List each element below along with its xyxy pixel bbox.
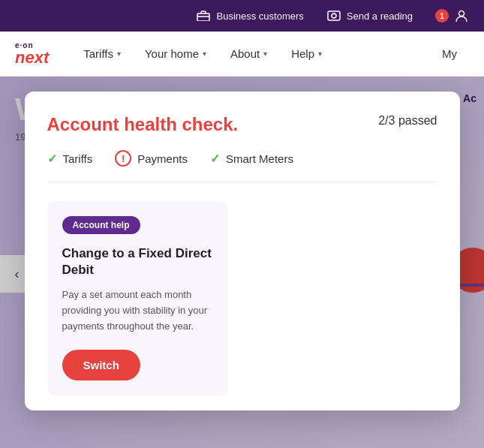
card-area: Account help Change to a Fixed Direct De…	[47, 201, 437, 395]
card-description: Pay a set amount each month providing yo…	[62, 287, 212, 334]
account-health-modal: Account health check. 2/3 passed ✓ Tarif…	[25, 92, 460, 410]
check-smart-meters: ✓ Smart Meters	[210, 150, 293, 167]
help-chevron-icon: ▾	[318, 50, 322, 58]
smart-meters-check-icon: ✓	[210, 152, 220, 166]
tariffs-check-label: Tariffs	[63, 152, 93, 165]
nav-items: Tariffs ▾ Your home ▾ About ▾ Help ▾ My	[71, 32, 469, 77]
nav-tariffs[interactable]: Tariffs ▾	[71, 32, 133, 77]
top-bar: Business customers Send a reading 1	[0, 0, 484, 32]
svg-rect-2	[328, 11, 340, 20]
nav-help-label: Help	[291, 47, 314, 60]
notifications-link[interactable]: 1	[435, 8, 469, 23]
payments-check-label: Payments	[137, 152, 188, 165]
nav-my[interactable]: My	[430, 32, 469, 77]
check-items: ✓ Tariffs ! Payments ✓ Smart Meters	[47, 150, 437, 182]
modal-title: Account health check.	[47, 114, 239, 135]
modal-overlay: Account health check. 2/3 passed ✓ Tarif…	[0, 77, 484, 448]
nav-help[interactable]: Help ▾	[279, 32, 334, 77]
card-badge: Account help	[62, 216, 140, 234]
send-reading-link[interactable]: Send a reading	[326, 8, 413, 23]
meter-icon	[326, 8, 341, 23]
your-home-chevron-icon: ▾	[203, 50, 206, 58]
business-icon	[196, 8, 211, 23]
tariffs-check-icon: ✓	[47, 152, 57, 166]
nav-about[interactable]: About ▾	[218, 32, 279, 77]
modal-passed: 2/3 passed	[378, 114, 437, 128]
smart-meters-check-label: Smart Meters	[226, 152, 293, 165]
tariffs-chevron-icon: ▾	[117, 50, 121, 58]
payments-warn-icon: !	[115, 150, 131, 167]
svg-point-5	[459, 11, 464, 17]
check-payments: ! Payments	[115, 150, 188, 167]
nav-your-home[interactable]: Your home ▾	[133, 32, 218, 77]
next-text: next	[15, 50, 49, 66]
nav-my-label: My	[442, 47, 457, 60]
account-icon	[454, 8, 469, 23]
nav-your-home-label: Your home	[145, 47, 199, 60]
nav-about-label: About	[230, 47, 260, 60]
nav-tariffs-label: Tariffs	[83, 47, 113, 60]
logo[interactable]: e·on next	[15, 42, 49, 66]
main-nav: e·on next Tariffs ▾ Your home ▾ About ▾ …	[0, 32, 484, 77]
svg-rect-0	[197, 14, 209, 21]
notification-badge: 1	[435, 9, 449, 23]
switch-button[interactable]: Switch	[62, 350, 140, 380]
business-customers-link[interactable]: Business customers	[196, 8, 303, 23]
business-customers-label: Business customers	[216, 11, 303, 22]
about-chevron-icon: ▾	[263, 50, 267, 58]
card-title: Change to a Fixed Direct Debit	[62, 245, 212, 278]
modal-header: Account health check. 2/3 passed	[47, 114, 437, 135]
check-tariffs: ✓ Tariffs	[47, 150, 93, 167]
send-reading-label: Send a reading	[347, 11, 413, 22]
account-help-card: Account help Change to a Fixed Direct De…	[47, 201, 227, 395]
